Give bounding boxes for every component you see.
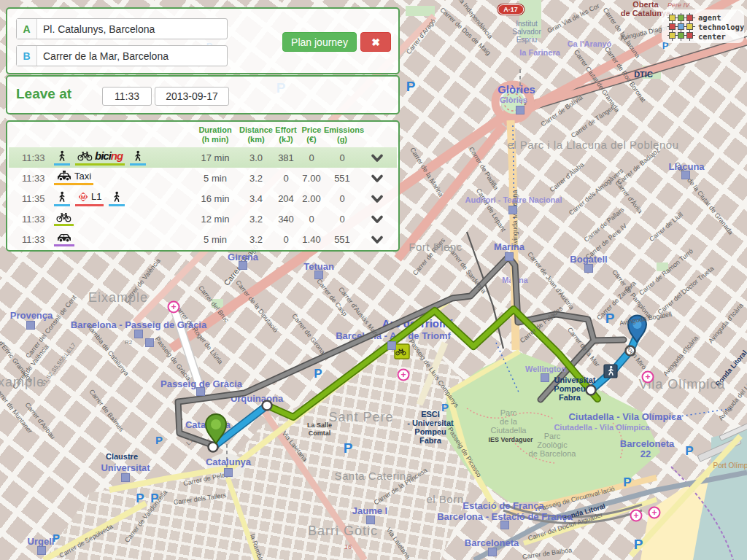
station-marker xyxy=(314,271,323,279)
mode-walk xyxy=(130,150,146,166)
hospital-icon: + xyxy=(630,510,643,522)
distance-value: 3.2 xyxy=(239,173,273,184)
price-value: 1.40 xyxy=(299,234,324,245)
expand-journey-button[interactable] xyxy=(360,191,394,206)
station-marker xyxy=(488,548,497,556)
parking-icon: P xyxy=(406,79,416,95)
table-row[interactable]: 11:33bicing17 min3.038100 xyxy=(9,147,397,168)
station-marker xyxy=(196,387,205,396)
parking-icon: P xyxy=(685,444,693,459)
distance-value: 3.2 xyxy=(239,214,273,225)
parking-icon: P xyxy=(623,475,631,490)
logo-text-line: agent xyxy=(698,13,744,23)
station-marker xyxy=(37,546,46,555)
emissions-value: 0 xyxy=(324,152,360,163)
parking-icon: P xyxy=(634,537,643,553)
emissions-value: 551 xyxy=(324,234,360,245)
effort-value: 340 xyxy=(273,214,299,225)
distance-value: 3.2 xyxy=(239,234,273,245)
expand-journey-button[interactable] xyxy=(360,171,394,186)
departure-time: 11:33 xyxy=(9,234,51,245)
price-value: 7.00 xyxy=(299,173,324,184)
chevron-down-icon xyxy=(371,236,384,244)
duration-value: 12 min xyxy=(191,214,239,225)
map-bike-icon xyxy=(395,344,409,359)
walk-icon xyxy=(56,191,68,203)
parking-icon: P xyxy=(605,311,615,327)
hospital-icon: + xyxy=(398,369,410,381)
emissions-value: 551 xyxy=(324,173,360,184)
price-value: 0 xyxy=(299,152,324,163)
parking-icon: P xyxy=(53,532,60,544)
station-marker xyxy=(584,264,593,273)
logo-square xyxy=(669,15,676,21)
effort-value: 0 xyxy=(273,234,299,245)
expand-journey-button[interactable] xyxy=(360,150,394,166)
chevron-down-icon xyxy=(371,215,384,224)
logo-square xyxy=(678,23,684,30)
app-window: UrquinaonaCatalunyaMarinaArc de TriomfBa… xyxy=(0,0,747,560)
station-marker xyxy=(508,206,517,214)
duration-value: 17 min xyxy=(191,152,239,163)
origin-input[interactable] xyxy=(37,19,227,39)
table-row[interactable]: 11:35ML116 min3.42042.000 xyxy=(9,188,397,209)
table-row[interactable]: 11:33Taxi5 min3.207.00551 xyxy=(9,168,397,188)
plan-journey-button[interactable]: Plan journey xyxy=(282,32,357,52)
station-marker xyxy=(516,106,525,114)
station-marker xyxy=(500,521,509,529)
parking-icon: P xyxy=(150,491,158,506)
column-header: Duration(h min) xyxy=(191,125,239,144)
destination-label: B xyxy=(17,46,37,66)
table-row[interactable]: 11:3312 min3.234000 xyxy=(9,209,397,229)
departure-time: 11:35 xyxy=(9,193,51,204)
logo-grid-icon xyxy=(667,13,695,41)
logo-square xyxy=(686,15,693,21)
distance-value: 3.4 xyxy=(239,193,273,204)
mode-bike xyxy=(54,211,74,226)
station-marker xyxy=(134,330,143,338)
mode-walk xyxy=(109,191,125,206)
chevron-down-icon xyxy=(371,174,384,183)
station-marker xyxy=(224,468,233,477)
parking-icon: P xyxy=(314,367,322,381)
station-marker xyxy=(505,252,514,261)
bicing-logo: bicing xyxy=(95,149,123,162)
station-marker xyxy=(121,473,130,482)
column-header: Distance(km) xyxy=(239,125,273,144)
price-value: 0 xyxy=(299,214,324,225)
mode-walk xyxy=(54,191,70,206)
effort-value: 0 xyxy=(273,173,299,184)
parking-icon: P xyxy=(136,491,144,506)
expand-journey-button[interactable] xyxy=(360,232,394,247)
mode-sequence: bicing xyxy=(51,149,191,166)
departure-time: 11:33 xyxy=(9,152,51,163)
logo-square xyxy=(669,32,676,39)
date-input[interactable] xyxy=(155,87,229,106)
end-pin[interactable] xyxy=(628,315,646,342)
logo-text-line: center xyxy=(698,32,744,42)
mode-sequence xyxy=(51,232,191,246)
close-button[interactable]: ✖ xyxy=(360,32,391,52)
duration-value: 16 min xyxy=(191,193,239,204)
destination-input[interactable] xyxy=(37,46,227,66)
parking-icon: P xyxy=(441,401,449,413)
time-input[interactable] xyxy=(102,87,152,106)
route-input-panel: A B Plan journey ✖ xyxy=(6,7,400,74)
logo-square xyxy=(686,23,693,30)
mode-sequence: ML1 xyxy=(51,191,191,206)
mode-taxi: Taxi xyxy=(54,171,93,185)
origin-field-group: A xyxy=(16,18,228,39)
expand-journey-button[interactable] xyxy=(360,211,394,227)
svg-text:M: M xyxy=(81,193,86,200)
origin-label: A xyxy=(17,19,37,39)
mode-sequence: Taxi xyxy=(51,171,191,185)
agent-technology-center-logo: agenttechnologycenter xyxy=(662,9,744,43)
walk-icon xyxy=(132,150,144,162)
destination-field-group: B xyxy=(16,45,228,66)
column-header: Effort(kJ) xyxy=(273,125,299,144)
hospital-icon: + xyxy=(168,301,180,314)
station-marker xyxy=(681,171,690,179)
journey-results-panel: Duration(h min)Distance(km)Effort(kJ)Pri… xyxy=(6,120,400,252)
table-row[interactable]: 11:335 min3.201.40551 xyxy=(9,229,397,249)
chevron-down-icon xyxy=(371,195,384,203)
